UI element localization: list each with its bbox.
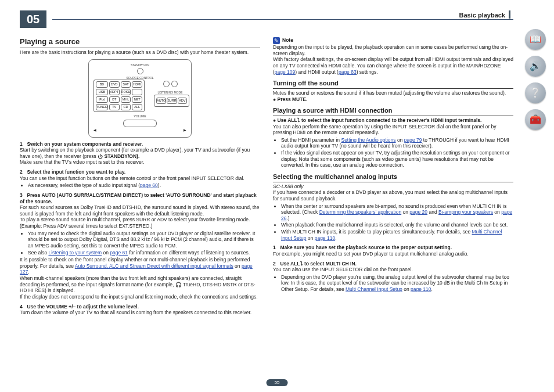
chapter-badge: 05 <box>20 10 46 28</box>
link-speakers-app[interactable]: Determining the speakers' application <box>319 209 401 215</box>
multi-step1: 1 Make sure you have set the playback so… <box>273 244 513 251</box>
step-2: 2 Select the input function you want to … <box>20 169 260 175</box>
multi-li2: When playback from the multichannel inpu… <box>281 222 513 228</box>
link-page110b[interactable]: page 110 <box>411 286 431 292</box>
multi-title: Selecting the multichannel analog inputs <box>273 173 513 182</box>
multi-li1: When the center or surround speakers are… <box>281 203 513 222</box>
left-column: Playing a source Here are the basic inst… <box>20 37 260 316</box>
link-page20[interactable]: page 20 <box>409 209 427 215</box>
multi-step2-li: Depending on the DVD player you're using… <box>281 274 513 293</box>
step-3-d1: It is possible to check on the front pan… <box>20 257 260 275</box>
multi-model-note: SC-LX88 only <box>273 184 513 190</box>
hdmi-li1: Set the HDMI parameter in Setting the Au… <box>281 137 513 149</box>
link-autosurr[interactable]: Auto Surround, ALC and Stream Direct wit… <box>75 263 233 269</box>
step-3-d3: If the display does not correspond to th… <box>20 294 260 300</box>
hdmi-li2: If the video signal does not appear on y… <box>281 150 513 168</box>
page-number: 55 <box>267 379 288 386</box>
step-2-body: You can use the input function buttons o… <box>20 175 260 182</box>
intro-text: Here are the basic instructions for play… <box>20 49 260 56</box>
step-1: 1 Switch on your system components and r… <box>20 141 260 148</box>
right-column: ✎Note Depending on the input to be playe… <box>273 37 513 316</box>
link-biamp[interactable]: Bi-amping your speakers <box>438 209 493 215</box>
step-3-li1: You may need to check the digital audio … <box>28 231 260 249</box>
link-page110a[interactable]: page 110 <box>315 235 335 241</box>
note-block: ✎Note Depending on the input to be playe… <box>273 37 513 75</box>
manual-page: 05 Basic playback 📖 🔊 ❔ 🧰 Playing a sour… <box>0 0 554 392</box>
multi-li3: With MULTI CH IN inputs, it is possible … <box>281 229 513 241</box>
turning-off-title: Turning off the sound <box>273 80 513 89</box>
multi-body: If you have connected a decoder or a DVD… <box>273 189 513 202</box>
link-multich2[interactable]: Multi Channel Input Setup <box>346 286 402 292</box>
step-3: 3 Press AUTO (AUTO SURR/ALC/STREAM DIREC… <box>20 192 260 204</box>
link-page83[interactable]: page 83 <box>339 69 357 75</box>
step-4-body: Turn down the volume of your TV so that … <box>20 310 260 316</box>
link-audio-options[interactable]: Setting the Audio options <box>341 137 395 143</box>
step-3-body2: To play a stereo sound source in multich… <box>20 217 260 229</box>
multi-step1-body: For example, you might need to set your … <box>273 251 513 257</box>
turning-off-body: Mutes the sound or restores the sound if… <box>273 90 513 96</box>
hdmi-step: Use ALL⤵ to select the input function co… <box>273 117 513 124</box>
link-page109[interactable]: page 109 <box>275 69 295 75</box>
remote-illustration: STANDBY/ON SOURCE CONTROL BDDVDSATHDMI U… <box>88 59 192 138</box>
link-page79[interactable]: page 79 <box>404 137 422 143</box>
step-1-body2: Make sure that the TV's video input is s… <box>20 159 260 166</box>
step-3-body1: For such sound sources as Dolby TrueHD a… <box>20 204 260 217</box>
link-page61[interactable]: page 61 <box>110 250 128 256</box>
step-3-d2: When multi-channel speakers (more than t… <box>20 275 260 294</box>
multi-step2: 2 Use ALL⤵ to select MULTI CH IN. <box>273 261 513 267</box>
hdmi-title: Playing a source with HDMI connection <box>273 107 513 116</box>
manual-icon[interactable]: 📖 <box>525 29 546 50</box>
link-page60[interactable]: page 60 <box>140 182 158 188</box>
link-listening[interactable]: Listening to your system <box>48 250 102 256</box>
step-3-li2: See also Listening to your system on pag… <box>28 250 260 256</box>
note-icon: ✎ <box>273 37 280 44</box>
side-nav-icons: 📖 🔊 ❔ 🧰 <box>525 29 546 130</box>
header-section: Basic playback <box>459 10 511 20</box>
hdmi-body: You can also perform the same operation … <box>273 124 513 136</box>
multi-step2-body: You can also use the INPUT SELECTOR dial… <box>273 267 513 273</box>
step-1-body: Start by switching on the playback compo… <box>20 147 260 159</box>
press-mute-step: Press MUTE. <box>273 96 513 103</box>
step-2-li: As necessary, select the type of audio i… <box>28 182 260 189</box>
header-rule <box>52 19 513 20</box>
speaker-icon[interactable]: 🔊 <box>525 56 546 77</box>
help-icon[interactable]: ❔ <box>525 82 546 103</box>
section-title: Playing a source <box>20 37 260 48</box>
setup-icon[interactable]: 🧰 <box>525 109 546 130</box>
step-4: 4 Use the VOLUME +/– to adjust the volum… <box>20 304 260 310</box>
